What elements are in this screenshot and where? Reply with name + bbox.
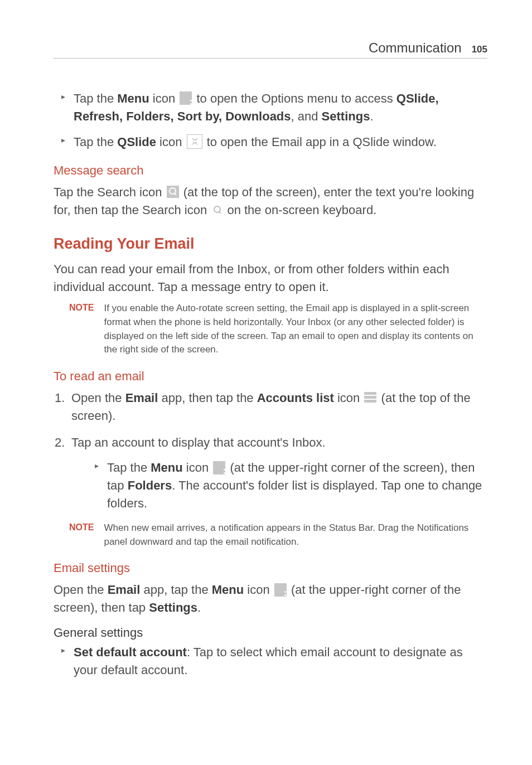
list-item: Tap the Menu icon (at the upper-right co… <box>87 459 487 512</box>
text: Tap an account to display that account's… <box>71 435 326 449</box>
text: on the on-screen keyboard. <box>224 203 376 217</box>
heading-reading-your-email: Reading Your Email <box>54 235 487 253</box>
text: , and <box>291 109 322 123</box>
heading-message-search: Message search <box>54 163 487 178</box>
text-bold: Set default account <box>74 645 187 659</box>
text-bold: Folders <box>128 478 172 492</box>
text: icon <box>334 391 364 405</box>
note-label: NOTE <box>69 521 94 532</box>
heading-email-settings: Email settings <box>54 561 487 575</box>
page-header: Communication 105 <box>54 40 487 59</box>
text-bold: Menu <box>117 91 149 105</box>
paragraph: Tap the Search icon (at the top of the s… <box>54 183 487 219</box>
text: . <box>197 601 201 614</box>
text: app, tap the <box>140 583 211 597</box>
search-icon <box>167 186 179 198</box>
heading-general-settings: General settings <box>54 626 487 640</box>
numbered-steps: Open the Email app, then tap the Account… <box>54 389 487 512</box>
list-item: Tap the Menu icon to open the Options me… <box>54 90 487 125</box>
text: . <box>370 109 373 123</box>
text-bold: Menu <box>212 583 244 597</box>
text: to open the Options menu to access <box>193 91 396 105</box>
text: Open the <box>71 391 125 405</box>
paragraph: Open the Email app, tap the Menu icon (a… <box>54 581 487 617</box>
menu-icon <box>213 461 225 475</box>
note-block: NOTE If you enable the Auto-rotate scree… <box>69 302 487 357</box>
qslide-icon <box>187 134 202 149</box>
heading-to-read-email: To read an email <box>54 369 487 384</box>
text: to open the Email app in a QSlide window… <box>204 135 437 149</box>
note-label: NOTE <box>69 302 94 313</box>
note-text: When new email arrives, a notification a… <box>104 521 487 549</box>
text: Tap the Search icon <box>54 185 166 199</box>
list-item: Tap the QSlide icon to open the Email ap… <box>54 133 487 151</box>
document-page: Communication 105 Tap the Menu icon to o… <box>0 0 532 765</box>
header-section-title: Communication <box>369 40 462 56</box>
text-bold: Accounts list <box>257 391 334 405</box>
text-bold: Settings <box>149 601 197 614</box>
text: icon <box>183 461 212 475</box>
search-icon <box>211 204 223 215</box>
paragraph: You can read your email from the Inbox, … <box>54 260 487 296</box>
text: icon <box>244 583 273 597</box>
accounts-list-icon <box>364 392 376 403</box>
general-settings-list: Set default account: Tap to select which… <box>54 643 487 679</box>
intro-bullet-list: Tap the Menu icon to open the Options me… <box>54 90 487 151</box>
text-bold: Settings <box>322 109 370 123</box>
text: app, then tap the <box>158 391 257 405</box>
text-bold: Email <box>108 583 141 597</box>
text-bold: Menu <box>151 461 182 475</box>
text: icon <box>149 91 179 105</box>
list-item: Open the Email app, then tap the Account… <box>54 389 487 425</box>
text-bold: Email <box>125 391 158 405</box>
note-block: NOTE When new email arrives, a notificat… <box>69 521 487 549</box>
text: Tap the <box>74 135 117 149</box>
text: Tap the <box>107 461 151 475</box>
note-text: If you enable the Auto-rotate screen set… <box>104 302 487 357</box>
page-number: 105 <box>472 44 487 55</box>
text: icon <box>156 135 186 149</box>
menu-icon <box>274 583 287 597</box>
menu-icon <box>180 91 192 105</box>
list-item: Set default account: Tap to select which… <box>54 643 487 679</box>
text-bold: QSlide <box>117 135 156 149</box>
text: Tap the <box>74 91 117 105</box>
text: Open the <box>54 583 108 597</box>
sub-bullet-list: Tap the Menu icon (at the upper-right co… <box>71 459 487 512</box>
list-item: Tap an account to display that account's… <box>54 434 487 513</box>
